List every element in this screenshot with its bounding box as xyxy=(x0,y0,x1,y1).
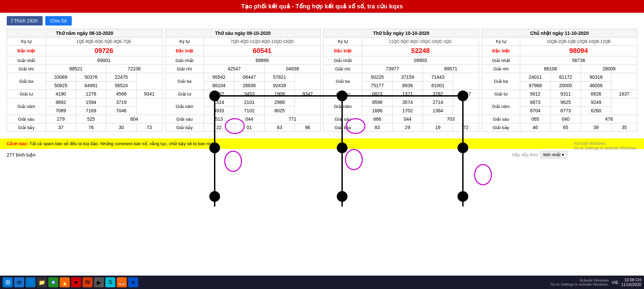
taskbar-icon5[interactable]: 🔥 xyxy=(60,277,70,287)
dac-biet-value-3: 52248 xyxy=(362,46,479,56)
giai-nhi-4-1: 86108 xyxy=(520,65,581,73)
table-thu-bay: Thứ bảy ngày 10-10-2020 Ký tự 11QC-5QC-9… xyxy=(323,29,479,132)
giai-ba-2-3: 57821 xyxy=(264,73,294,81)
giai-bay-2-4: 96 xyxy=(295,123,321,132)
table-chu-nhat: Chủ nhật ngày 11-10-2020 Ký tự 15QB-2QB-… xyxy=(482,29,637,132)
warning-prefix: Cảnh báo: xyxy=(7,141,28,146)
giai-nhi-2-2: 04938 xyxy=(264,65,320,73)
giai-ba-4-5: 20000 xyxy=(550,81,581,90)
giai-bay-2-2: 01 xyxy=(234,123,264,132)
svg-point-11 xyxy=(458,191,468,202)
giai-nam-4-3: 9249 xyxy=(581,98,611,107)
giai-nam-1-5: 7169 xyxy=(76,107,106,115)
dac-biet-value-4: 98094 xyxy=(520,46,637,56)
sort-dropdown[interactable]: Mới nhất ▾ xyxy=(540,151,567,159)
label-giai-nhat-1: Giải nhất xyxy=(7,56,46,65)
giai-ba-2-1: 95542 xyxy=(204,73,234,81)
taskbar-skype-icon[interactable]: S xyxy=(105,277,115,287)
giai-bay-3-3: 19 xyxy=(423,123,453,132)
giai-sau-4-3: 478 xyxy=(581,115,637,123)
giai-ba-3-2: 37159 xyxy=(392,73,423,81)
label-giai-tu-1: Giải tư xyxy=(7,90,46,98)
giai-nhat-value-2: 68899 xyxy=(204,56,321,65)
taskbar-icon6[interactable]: ● xyxy=(71,277,81,287)
giai-ba-1-3: 22475 xyxy=(106,73,137,81)
svg-point-3 xyxy=(209,191,220,202)
label-giai-sau-4: Giải sáu xyxy=(482,115,520,123)
dac-biet-value-1: 09726 xyxy=(46,46,162,56)
giai-tu-3-2: 1371 xyxy=(392,90,423,98)
taskbar-office-icon[interactable]: W xyxy=(83,277,93,287)
giai-ba-3-3: 71443 xyxy=(423,73,453,81)
giai-ba-3-6: 81001 xyxy=(423,81,453,90)
giai-nhat-value-3: 09903 xyxy=(362,56,479,65)
ky-tu-value-1: 1QE-8QE-6QE-5QE-9QE-7QE xyxy=(46,38,162,46)
table1-header: Thứ năm ngày 08-10-2020 xyxy=(7,29,162,38)
giai-nam-4-4: 8704 xyxy=(520,107,551,115)
label-giai-nhat-4: Giải nhất xyxy=(482,56,520,65)
giai-nhi-1-2: 72106 xyxy=(106,65,162,73)
taskbar-edge2-icon[interactable]: e xyxy=(128,277,138,287)
windows-button[interactable]: ⊞ xyxy=(3,277,13,287)
taskbar-edge-icon[interactable] xyxy=(25,277,36,287)
fb-like-button[interactable]: f Thích 192K xyxy=(7,16,43,25)
label-ky-tu-3: Ký tự xyxy=(324,38,362,46)
taskbar-mail-icon[interactable]: ✉ xyxy=(14,277,24,287)
giai-ba-3-4: 75177 xyxy=(362,81,392,90)
label-giai-nam-4: Giải năm xyxy=(482,98,520,115)
giai-nam-2-5: 7102 xyxy=(234,107,264,115)
giai-bay-4-3: 39 xyxy=(581,123,611,132)
giai-bay-1-4: 73 xyxy=(137,123,162,132)
giai-nam-4-6: 6260 xyxy=(581,107,611,115)
giai-ba-3-5: 8939 xyxy=(392,81,423,90)
giai-nam-3-4: 1686 xyxy=(362,107,392,115)
giai-tu-2-1: 7787 xyxy=(204,90,234,98)
social-bar: f Thích 192K Chia Sẻ xyxy=(0,13,644,29)
giai-bay-3-1: 83 xyxy=(362,123,392,132)
giai-tu-4-4: 1637 xyxy=(611,90,637,98)
label-giai-nhi-2: Giải nhì xyxy=(165,65,204,73)
giai-ba-1-4: 50825 xyxy=(46,81,76,90)
taskbar-left: ⊞ ✉ 📁 🔥 ● W ▶ S 🦊 e xyxy=(3,277,138,287)
svg-point-7 xyxy=(337,191,347,202)
taskbar-chrome-icon[interactable] xyxy=(48,277,58,287)
table4-header: Chủ nhật ngày 11-10-2020 xyxy=(482,29,637,38)
giai-nhi-1-1: 88521 xyxy=(46,65,106,73)
giai-nam-2-4: 3933 xyxy=(204,107,234,115)
label-giai-nhi-3: Giải nhì xyxy=(324,65,362,73)
label-giai-bay-1: Giải bảy xyxy=(7,123,46,132)
giai-nam-2-6: 8025 xyxy=(264,107,294,115)
giai-bay-2-1: 22 xyxy=(204,123,234,132)
warning-bar: Cảnh báo: Tất cả spam bán số đều là lừa … xyxy=(0,138,644,149)
giai-bay-1-2: 76 xyxy=(76,123,106,132)
giai-sau-4-2: 040 xyxy=(550,115,581,123)
giai-sau-2-3: 771 xyxy=(264,115,320,123)
giai-nhi-3-2: 89571 xyxy=(423,65,479,73)
ky-tu-value-4: 15QB-2QB-1QB-13QB-10QB-12QB xyxy=(520,38,637,46)
table3-header: Thứ bảy ngày 10-10-2020 xyxy=(324,29,479,38)
label-giai-nam-1: Giải năm xyxy=(7,98,46,115)
giai-ba-2-2: 06447 xyxy=(234,73,264,81)
giai-ba-1-2: 50376 xyxy=(76,73,106,81)
label-dac-biet-2: Đặc biệt xyxy=(165,46,204,56)
share-button[interactable]: Chia Sẻ xyxy=(45,16,72,25)
giai-tu-4-3: 6626 xyxy=(581,90,611,98)
giai-nam-2-3: 2988 xyxy=(264,98,294,107)
giai-tu-2-4: 9347 xyxy=(295,90,321,98)
giai-nam-1-1: 9892 xyxy=(46,98,76,107)
taskbar-files-icon[interactable]: 📁 xyxy=(37,277,47,287)
label-giai-nhi-4: Giải nhì xyxy=(482,65,520,73)
taskbar-icon8[interactable]: ▶ xyxy=(94,277,104,287)
top-banner: Tạo phối kết quả - Tổng hợp kết quả xổ s… xyxy=(0,0,644,13)
comment-count: 277 bình luận xyxy=(7,152,36,158)
taskbar-right: Activate Windows Go to Settings to activ… xyxy=(550,278,641,287)
giai-bay-4-1: 46 xyxy=(520,123,551,132)
giai-ba-4-2: 61172 xyxy=(550,73,581,81)
giai-ba-1-1: 33089 xyxy=(46,73,76,81)
label-giai-ba-1: Giải ba xyxy=(7,73,46,90)
taskbar-firefox-icon[interactable]: 🦊 xyxy=(117,277,127,287)
taskbar-clock: 10:08 CH 11/10/2020 xyxy=(621,278,641,287)
giai-nam-2-2: 2101 xyxy=(234,98,264,107)
comments-section: 277 bình luận Sắp xếp theo Mới nhất ▾ xyxy=(0,149,574,161)
giai-sau-3-1: 666 xyxy=(362,115,392,123)
